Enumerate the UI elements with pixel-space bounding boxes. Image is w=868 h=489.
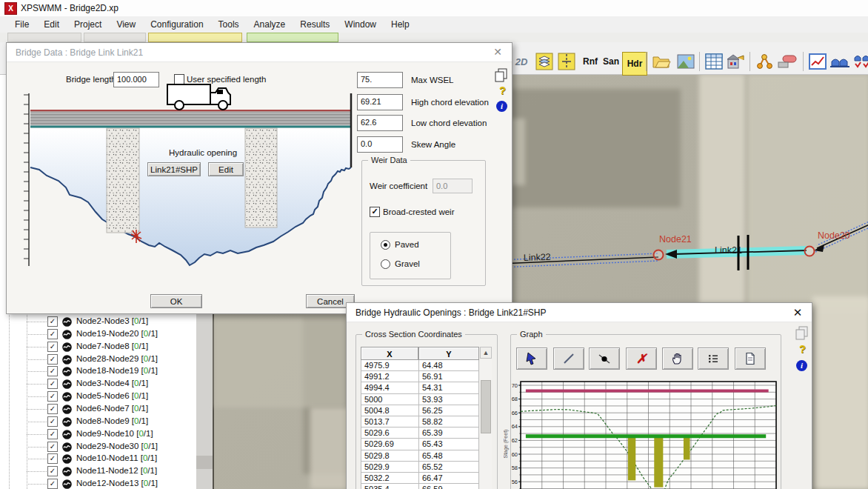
- tree-item[interactable]: ✓Node3-Node4 [0/1]: [0, 379, 193, 390]
- menu-item-view[interactable]: View: [109, 17, 143, 32]
- tree-item-checkbox[interactable]: ✓: [47, 391, 58, 402]
- table-cell-x[interactable]: 4991.2: [361, 371, 418, 382]
- open-background-icon[interactable]: [652, 52, 672, 71]
- tree-item-checkbox[interactable]: ✓: [47, 466, 58, 476]
- table-cell-y[interactable]: 66.59: [418, 484, 479, 489]
- table-cell-y[interactable]: 65.43: [418, 439, 479, 450]
- add-point-button[interactable]: [589, 347, 620, 370]
- menu-item-help[interactable]: Help: [384, 17, 417, 32]
- table-cell-y[interactable]: 65.39: [418, 428, 479, 439]
- bridge-results-icon[interactable]: [829, 52, 850, 71]
- background-toolbar-fragment-active[interactable]: [247, 33, 338, 42]
- image-icon[interactable]: [675, 52, 696, 71]
- menu-item-project[interactable]: Project: [67, 17, 109, 32]
- tree-item-checkbox[interactable]: ✓: [47, 379, 58, 389]
- table-cell-y[interactable]: 64.48: [418, 360, 479, 371]
- table-cell-x[interactable]: 5000: [361, 394, 418, 405]
- table-icon[interactable]: [704, 52, 724, 71]
- sanitary-mode-button[interactable]: San: [601, 52, 621, 71]
- tree-item-checkbox[interactable]: ✓: [47, 316, 58, 327]
- node21-marker[interactable]: [654, 250, 664, 260]
- bridge-dialog-titlebar[interactable]: Bridge Data : Bridge Link Link21 ✕: [7, 43, 512, 62]
- tree-item[interactable]: ✓Node2-Node3 [0/1]: [0, 316, 193, 327]
- menu-item-tools[interactable]: Tools: [211, 17, 247, 32]
- table-cell-x[interactable]: 4994.4: [361, 382, 418, 393]
- list-view-button[interactable]: [698, 347, 729, 370]
- help-icon[interactable]: ?: [799, 342, 806, 355]
- table-cell-x[interactable]: 5032.2: [361, 473, 418, 484]
- node-link-tool-icon[interactable]: [754, 52, 775, 71]
- tree-item-checkbox[interactable]: ✓: [47, 442, 58, 452]
- hydraulics-mode-button[interactable]: Hdr: [622, 52, 647, 76]
- gravel-radio[interactable]: [381, 259, 390, 269]
- tree-item-checkbox[interactable]: ✓: [47, 453, 58, 464]
- menu-item-configuration[interactable]: Configuration: [143, 17, 210, 32]
- tree-item-checkbox[interactable]: ✓: [47, 354, 58, 365]
- tree-item[interactable]: ✓Node18-Node19 [0/1]: [0, 366, 193, 377]
- export-model-icon[interactable]: [726, 52, 747, 71]
- tree-item-checkbox[interactable]: ✓: [47, 416, 58, 427]
- table-scroll-up-button[interactable]: ▲: [480, 347, 492, 359]
- openings-dialog-titlebar[interactable]: Bridge Hydraulic Openings : Bridge Link2…: [347, 303, 812, 322]
- section-icon[interactable]: [557, 52, 576, 71]
- conduit-tool-icon[interactable]: [776, 52, 798, 71]
- paved-radio[interactable]: [381, 240, 390, 250]
- table-cell-x[interactable]: 5035.4: [361, 484, 418, 489]
- table-cell-x[interactable]: 5013.7: [361, 416, 418, 428]
- graph-results-icon[interactable]: [807, 52, 828, 71]
- tree-item-checkbox[interactable]: ✓: [47, 429, 58, 439]
- menu-item-file[interactable]: File: [7, 17, 36, 32]
- draw-line-button[interactable]: [553, 347, 584, 370]
- background-toolbar-fragment[interactable]: [7, 33, 81, 42]
- tree-item[interactable]: ✓Node8-Node9 [0/1]: [0, 416, 193, 428]
- max-wsel-field[interactable]: 75.: [357, 72, 403, 88]
- info-icon[interactable]: i: [496, 101, 507, 112]
- close-icon[interactable]: ✕: [491, 46, 504, 58]
- col-header-y[interactable]: Y: [418, 347, 479, 360]
- table-cell-y[interactable]: 66.47: [418, 473, 479, 484]
- table-cell-y[interactable]: 53.93: [418, 394, 479, 405]
- tree-item[interactable]: ✓Node9-Node10 [0/1]: [0, 429, 193, 440]
- tree-item[interactable]: ✓Node6-Node7 [0/1]: [0, 404, 193, 415]
- 2d-model-icon[interactable]: 2D: [511, 52, 532, 71]
- rainfall-mode-button[interactable]: Rnf: [581, 52, 600, 71]
- help-icon[interactable]: ?: [499, 84, 506, 96]
- tree-item-checkbox[interactable]: ✓: [47, 329, 58, 339]
- bridge-check-icon[interactable]: [852, 52, 868, 71]
- tree-item-checkbox[interactable]: ✓: [47, 366, 58, 376]
- tree-item[interactable]: ✓Node10-Node11 [0/1]: [0, 453, 193, 465]
- ok-button[interactable]: OK: [150, 294, 202, 308]
- table-cell-x[interactable]: 4975.9: [361, 360, 418, 371]
- tree-item[interactable]: ✓Node19-Node20 [0/1]: [0, 329, 193, 340]
- report-page-button[interactable]: [735, 347, 766, 370]
- delete-point-button[interactable]: ✗: [626, 347, 657, 370]
- broad-crested-checkbox[interactable]: ✓: [370, 207, 380, 217]
- table-scrollbar-track[interactable]: [480, 359, 492, 489]
- layers-icon[interactable]: [535, 52, 554, 71]
- table-cell-x[interactable]: 5004.8: [361, 405, 418, 416]
- background-toolbar-fragment-active[interactable]: [148, 33, 242, 42]
- tree-item[interactable]: ✓Node12-Node13 [0/1]: [0, 479, 193, 489]
- skew-angle-field[interactable]: 0.0: [357, 136, 403, 153]
- tree-item-checkbox[interactable]: ✓: [47, 479, 58, 489]
- node20-marker[interactable]: [805, 247, 815, 256]
- col-header-x[interactable]: X: [361, 347, 418, 360]
- table-cell-x[interactable]: 5029.8: [361, 450, 418, 462]
- copy-icon[interactable]: [494, 67, 509, 82]
- tree-item-checkbox[interactable]: ✓: [47, 342, 58, 352]
- pan-hand-button[interactable]: [662, 347, 693, 370]
- edit-opening-button[interactable]: Edit: [208, 162, 244, 176]
- close-icon[interactable]: ✕: [791, 306, 804, 319]
- background-toolbar-fragment[interactable]: [84, 33, 146, 42]
- menu-item-results[interactable]: Results: [293, 17, 337, 32]
- hydraulic-opening-button[interactable]: Link21#SHP: [147, 162, 201, 176]
- menu-item-window[interactable]: Window: [337, 17, 384, 32]
- table-scrollbar-thumb[interactable]: [481, 380, 491, 433]
- table-cell-y[interactable]: 54.31: [418, 382, 479, 393]
- table-cell-y[interactable]: 65.48: [418, 450, 479, 462]
- info-icon[interactable]: i: [796, 360, 807, 371]
- tree-item[interactable]: ✓Node29-Node30 [0/1]: [0, 442, 193, 453]
- tree-item[interactable]: ✓Node5-Node6 [0/1]: [0, 391, 193, 402]
- tree-item[interactable]: ✓Node7-Node8 [0/1]: [0, 342, 193, 353]
- select-cursor-button[interactable]: [516, 347, 547, 370]
